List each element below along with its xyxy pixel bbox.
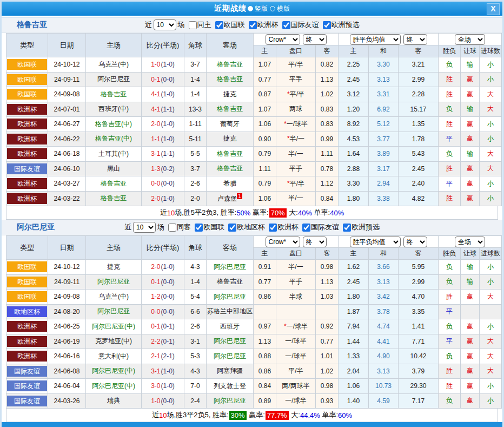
games-count-select[interactable]: 10: [154, 19, 176, 30]
home-team-cell: 乌克兰(中): [86, 290, 142, 305]
results-table: 类型日期主场比分(半场)角球客场Crow*终胜平负均值终全场主盘口客主和客胜负让…: [6, 33, 502, 206]
odds-company-select[interactable]: Crow*: [266, 237, 300, 247]
handicap-cell: 两球: [276, 102, 316, 117]
score-cell: 1-0(1-0): [142, 57, 184, 73]
eu-home-cell: 1.44: [339, 334, 369, 349]
away-rank-badge: 1: [237, 193, 242, 199]
competition-checkbox[interactable]: [249, 21, 257, 29]
summary-segment: 70%: [269, 208, 287, 218]
sub-column-header: 客: [399, 248, 439, 260]
avg-odds-select[interactable]: 胜平负均值: [350, 237, 401, 247]
eu-away-cell: 2.40: [399, 176, 439, 192]
sub-column-header: 胜负: [439, 248, 461, 260]
type-badge: 欧地区杯: [7, 306, 47, 317]
competition-option[interactable]: 欧洲预选: [321, 20, 360, 30]
handicap-cell: 一/球半: [276, 349, 316, 364]
odds-company-select[interactable]: Crow*: [266, 34, 300, 45]
full-score: 1-3: [151, 165, 160, 173]
column-header: 角球: [184, 236, 207, 260]
summary-row: 近10场,胜3平2负5, 胜率:30% 赢率:77.7% 大:44.4% 单率:…: [6, 409, 498, 422]
competition-checkbox[interactable]: [302, 224, 310, 232]
same-side-option[interactable]: 同主: [187, 20, 211, 30]
section-team-name: 格鲁吉亚: [17, 20, 47, 30]
handicap-value: 半/一: [290, 135, 304, 142]
layout-radio-horizontal[interactable]: 横版: [270, 4, 290, 14]
competition-checkbox[interactable]: [343, 224, 351, 232]
corners-cell: 2-6: [184, 176, 207, 192]
competition-label: 欧洲杯: [257, 20, 278, 30]
layout-radio-vertical[interactable]: 竖版: [248, 4, 268, 14]
odds-home-cell: 0.97: [254, 319, 276, 334]
scope-group: 全场: [439, 236, 502, 248]
same-side-checkbox[interactable]: [189, 21, 197, 29]
result-cell: 胜: [439, 117, 461, 132]
date-cell: 24-06-04: [48, 379, 86, 394]
home-team-cell: 阿尔巴尼亚(中): [86, 379, 142, 394]
competition-option[interactable]: 欧洲杯: [247, 20, 278, 30]
competition-checkbox[interactable]: [269, 224, 277, 232]
same-side-option[interactable]: 同客: [166, 222, 191, 232]
same-side-checkbox[interactable]: [168, 224, 176, 232]
date-cell: 24-09-11: [48, 72, 86, 87]
type-badge: 欧国联: [7, 59, 47, 70]
team-section-header: 阿尔巴尼亚近10场同客欧国联欧地区杯欧洲杯国际友谊欧洲预选: [2, 220, 502, 235]
type-badge: 欧洲杯: [7, 321, 47, 332]
away-team-cell: 列支敦士登: [207, 379, 254, 394]
away-team-cell: 苏格兰中部地区: [207, 304, 254, 319]
eu-home-cell: 1.80: [339, 290, 369, 305]
competition-checkbox[interactable]: [282, 21, 290, 29]
competition-option[interactable]: 欧洲杯: [267, 222, 299, 232]
handicap-value: 半/一: [288, 150, 303, 157]
competition-checkbox[interactable]: [323, 21, 331, 29]
avg-time-select[interactable]: 终: [403, 237, 427, 247]
eu-home-cell: 1.64: [339, 147, 369, 162]
sub-column-header: 盘口: [276, 45, 316, 57]
competition-option[interactable]: 欧地区杯: [226, 222, 265, 232]
score-cell: 2-1(2-1): [142, 349, 184, 364]
odds-home-cell: 0.86: [254, 364, 276, 379]
column-header: 角球: [184, 34, 207, 57]
avg-time-select[interactable]: 终: [403, 34, 427, 45]
corners-cell: 5-5: [184, 147, 207, 162]
handicap-value: 一/球半: [285, 337, 306, 345]
goals-cell: 小: [480, 72, 502, 87]
competition-checkbox[interactable]: [228, 224, 236, 232]
eu-home-cell: 1.33: [339, 349, 369, 364]
type-cell: 欧洲杯: [6, 132, 48, 147]
handicap-cell: *一/球半: [276, 117, 316, 132]
competition-option[interactable]: 国际友谊: [280, 20, 319, 30]
competition-option[interactable]: 国际友谊: [300, 222, 339, 232]
competition-checkbox[interactable]: [195, 224, 203, 232]
radio-dot-icon: [270, 6, 275, 11]
eu-home-cell: 1.20: [339, 102, 369, 117]
corners-cell: 2-0: [184, 191, 207, 206]
competition-checkbox[interactable]: [215, 21, 223, 29]
odds-time-select[interactable]: 终: [303, 34, 327, 45]
scope-select[interactable]: 全场: [455, 237, 485, 247]
competition-option[interactable]: 欧国联: [213, 20, 245, 30]
eu-away-cell: 7.71: [399, 334, 439, 349]
summary-segment: 60%: [338, 411, 352, 419]
scope-select[interactable]: 全场: [455, 34, 485, 45]
handicap-value: 平/半: [290, 180, 304, 187]
away-team-cell: 捷克: [207, 87, 254, 102]
corners-cell: 3-7: [184, 57, 207, 73]
eu-away-cell: 10.42: [399, 349, 439, 364]
odds-time-select[interactable]: 终: [303, 237, 327, 247]
type-badge: 欧国联: [7, 89, 47, 100]
games-count-select[interactable]: 10: [133, 222, 156, 233]
odds-away-cell: 1.02: [316, 364, 339, 379]
eu-home-cell: 1.87: [339, 304, 369, 319]
away-team-cell: 卢森堡1: [207, 191, 254, 206]
close-button[interactable]: X: [487, 3, 500, 15]
table-row: 欧国联24-09-11阿尔巴尼亚0-1(0-0)1-4格鲁吉亚0.77平手1.1…: [6, 72, 502, 87]
column-header: 类型: [6, 236, 48, 260]
full-score: 0-0: [151, 308, 160, 316]
home-team-cell: 黑山: [86, 161, 142, 176]
date-cell: 24-06-18: [48, 147, 86, 162]
avg-odds-select[interactable]: 胜平负均值: [350, 34, 401, 45]
full-score: 3-0: [151, 382, 160, 390]
scope-group: 全场: [439, 34, 502, 45]
competition-option[interactable]: 欧国联: [193, 222, 224, 232]
competition-option[interactable]: 欧洲预选: [341, 222, 380, 232]
